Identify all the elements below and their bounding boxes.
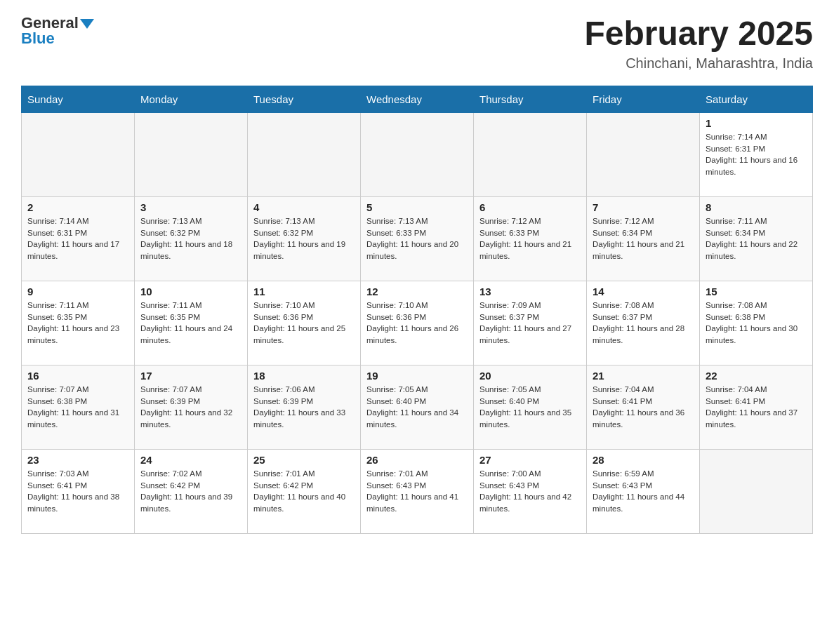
day-number: 11 — [253, 286, 355, 297]
day-number: 5 — [366, 201, 468, 213]
day-info: Sunrise: 7:08 AM Sunset: 6:37 PM Dayligh… — [593, 300, 694, 347]
calendar-cell: 8Sunrise: 7:11 AM Sunset: 6:34 PM Daylig… — [700, 197, 813, 281]
day-info: Sunrise: 7:02 AM Sunset: 6:42 PM Dayligh… — [140, 468, 241, 515]
calendar-week-row: 1Sunrise: 7:14 AM Sunset: 6:31 PM Daylig… — [22, 113, 813, 197]
day-number: 23 — [27, 454, 128, 466]
day-info: Sunrise: 7:03 AM Sunset: 6:41 PM Dayligh… — [27, 468, 128, 515]
calendar-cell: 10Sunrise: 7:11 AM Sunset: 6:35 PM Dayli… — [135, 281, 248, 365]
calendar-cell: 27Sunrise: 7:00 AM Sunset: 6:43 PM Dayli… — [474, 450, 587, 534]
calendar-cell: 11Sunrise: 7:10 AM Sunset: 6:36 PM Dayli… — [248, 281, 361, 365]
day-number: 3 — [140, 201, 241, 213]
day-number: 1 — [706, 117, 807, 129]
day-info: Sunrise: 7:14 AM Sunset: 6:31 PM Dayligh… — [27, 215, 128, 262]
calendar-cell: 6Sunrise: 7:12 AM Sunset: 6:33 PM Daylig… — [474, 197, 587, 281]
calendar-cell: 12Sunrise: 7:10 AM Sunset: 6:36 PM Dayli… — [361, 281, 474, 365]
calendar-cell — [135, 113, 248, 197]
calendar-cell: 16Sunrise: 7:07 AM Sunset: 6:38 PM Dayli… — [22, 365, 135, 450]
day-info: Sunrise: 7:11 AM Sunset: 6:35 PM Dayligh… — [140, 300, 241, 347]
calendar-cell: 22Sunrise: 7:04 AM Sunset: 6:41 PM Dayli… — [700, 365, 813, 450]
calendar-cell: 7Sunrise: 7:12 AM Sunset: 6:34 PM Daylig… — [587, 197, 700, 281]
day-number: 8 — [706, 201, 807, 213]
calendar-cell: 21Sunrise: 7:04 AM Sunset: 6:41 PM Dayli… — [587, 365, 700, 450]
day-number: 7 — [593, 201, 694, 213]
location-subtitle: Chinchani, Maharashtra, India — [584, 55, 813, 72]
day-number: 18 — [253, 370, 355, 382]
day-info: Sunrise: 7:14 AM Sunset: 6:31 PM Dayligh… — [706, 131, 807, 178]
day-number: 17 — [140, 370, 241, 382]
calendar-cell — [474, 113, 587, 197]
day-info: Sunrise: 7:08 AM Sunset: 6:38 PM Dayligh… — [706, 300, 807, 347]
day-info: Sunrise: 7:10 AM Sunset: 6:36 PM Dayligh… — [253, 300, 355, 347]
calendar-cell: 13Sunrise: 7:09 AM Sunset: 6:37 PM Dayli… — [474, 281, 587, 365]
day-number: 12 — [366, 286, 468, 297]
col-friday: Friday — [587, 86, 700, 113]
calendar-cell: 15Sunrise: 7:08 AM Sunset: 6:38 PM Dayli… — [700, 281, 813, 365]
day-number: 24 — [140, 454, 241, 466]
calendar-cell: 23Sunrise: 7:03 AM Sunset: 6:41 PM Dayli… — [22, 450, 135, 534]
calendar-week-row: 16Sunrise: 7:07 AM Sunset: 6:38 PM Dayli… — [22, 365, 813, 450]
day-info: Sunrise: 7:13 AM Sunset: 6:32 PM Dayligh… — [253, 215, 355, 262]
calendar-week-row: 9Sunrise: 7:11 AM Sunset: 6:35 PM Daylig… — [22, 281, 813, 365]
day-info: Sunrise: 7:13 AM Sunset: 6:33 PM Dayligh… — [366, 215, 468, 262]
calendar-cell: 26Sunrise: 7:01 AM Sunset: 6:43 PM Dayli… — [361, 450, 474, 534]
day-info: Sunrise: 7:06 AM Sunset: 6:39 PM Dayligh… — [253, 384, 355, 431]
calendar-cell — [22, 113, 135, 197]
calendar-cell: 19Sunrise: 7:05 AM Sunset: 6:40 PM Dayli… — [361, 365, 474, 450]
calendar-cell — [248, 113, 361, 197]
day-info: Sunrise: 7:04 AM Sunset: 6:41 PM Dayligh… — [593, 384, 694, 431]
day-number: 27 — [479, 454, 581, 466]
day-number: 19 — [366, 370, 468, 382]
day-number: 20 — [479, 370, 581, 382]
col-monday: Monday — [135, 86, 248, 113]
page-header: General Blue February 2025 Chinchani, Ma… — [21, 14, 813, 72]
logo-blue: Blue — [21, 29, 55, 48]
day-number: 2 — [27, 201, 128, 213]
day-info: Sunrise: 7:00 AM Sunset: 6:43 PM Dayligh… — [479, 468, 581, 515]
calendar-cell: 14Sunrise: 7:08 AM Sunset: 6:37 PM Dayli… — [587, 281, 700, 365]
col-tuesday: Tuesday — [248, 86, 361, 113]
day-number: 15 — [706, 286, 807, 297]
calendar-cell: 25Sunrise: 7:01 AM Sunset: 6:42 PM Dayli… — [248, 450, 361, 534]
day-info: Sunrise: 7:07 AM Sunset: 6:38 PM Dayligh… — [27, 384, 128, 431]
day-number: 9 — [27, 286, 128, 297]
day-info: Sunrise: 7:05 AM Sunset: 6:40 PM Dayligh… — [366, 384, 468, 431]
calendar-cell: 5Sunrise: 7:13 AM Sunset: 6:33 PM Daylig… — [361, 197, 474, 281]
title-block: February 2025 Chinchani, Maharashtra, In… — [584, 14, 813, 72]
day-number: 14 — [593, 286, 694, 297]
day-number: 10 — [140, 286, 241, 297]
calendar-table: Sunday Monday Tuesday Wednesday Thursday… — [21, 86, 813, 534]
day-info: Sunrise: 7:10 AM Sunset: 6:36 PM Dayligh… — [366, 300, 468, 347]
day-info: Sunrise: 7:12 AM Sunset: 6:33 PM Dayligh… — [479, 215, 581, 262]
day-number: 28 — [593, 454, 694, 466]
col-wednesday: Wednesday — [361, 86, 474, 113]
day-number: 26 — [366, 454, 468, 466]
calendar-cell: 20Sunrise: 7:05 AM Sunset: 6:40 PM Dayli… — [474, 365, 587, 450]
day-number: 21 — [593, 370, 694, 382]
day-info: Sunrise: 7:07 AM Sunset: 6:39 PM Dayligh… — [140, 384, 241, 431]
calendar-cell: 24Sunrise: 7:02 AM Sunset: 6:42 PM Dayli… — [135, 450, 248, 534]
day-info: Sunrise: 7:05 AM Sunset: 6:40 PM Dayligh… — [479, 384, 581, 431]
logo-arrow-icon — [80, 19, 94, 29]
calendar-cell: 9Sunrise: 7:11 AM Sunset: 6:35 PM Daylig… — [22, 281, 135, 365]
day-info: Sunrise: 7:12 AM Sunset: 6:34 PM Dayligh… — [593, 215, 694, 262]
calendar-cell: 3Sunrise: 7:13 AM Sunset: 6:32 PM Daylig… — [135, 197, 248, 281]
col-sunday: Sunday — [22, 86, 135, 113]
calendar-header-row: Sunday Monday Tuesday Wednesday Thursday… — [22, 86, 813, 113]
calendar-cell: 2Sunrise: 7:14 AM Sunset: 6:31 PM Daylig… — [22, 197, 135, 281]
day-info: Sunrise: 6:59 AM Sunset: 6:43 PM Dayligh… — [593, 468, 694, 515]
calendar-cell: 28Sunrise: 6:59 AM Sunset: 6:43 PM Dayli… — [587, 450, 700, 534]
day-info: Sunrise: 7:11 AM Sunset: 6:35 PM Dayligh… — [27, 300, 128, 347]
day-info: Sunrise: 7:01 AM Sunset: 6:42 PM Dayligh… — [253, 468, 355, 515]
col-thursday: Thursday — [474, 86, 587, 113]
day-number: 16 — [27, 370, 128, 382]
calendar-cell: 4Sunrise: 7:13 AM Sunset: 6:32 PM Daylig… — [248, 197, 361, 281]
calendar-cell — [700, 450, 813, 534]
day-number: 6 — [479, 201, 581, 213]
day-info: Sunrise: 7:11 AM Sunset: 6:34 PM Dayligh… — [706, 215, 807, 262]
day-number: 25 — [253, 454, 355, 466]
day-info: Sunrise: 7:04 AM Sunset: 6:41 PM Dayligh… — [706, 384, 807, 431]
day-number: 22 — [706, 370, 807, 382]
calendar-week-row: 2Sunrise: 7:14 AM Sunset: 6:31 PM Daylig… — [22, 197, 813, 281]
day-info: Sunrise: 7:13 AM Sunset: 6:32 PM Dayligh… — [140, 215, 241, 262]
day-number: 13 — [479, 286, 581, 297]
